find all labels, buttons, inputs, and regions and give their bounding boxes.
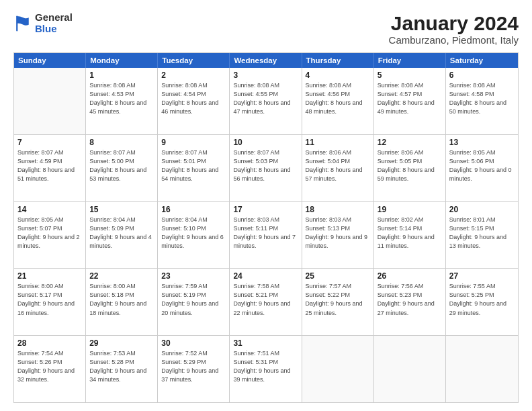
calendar-cell: 1Sunrise: 8:08 AMSunset: 4:53 PMDaylight… — [86, 68, 158, 134]
day-number: 3 — [233, 71, 298, 80]
calendar-header-cell: Sunday — [14, 53, 86, 68]
day-detail: Sunrise: 8:00 AMSunset: 5:18 PMDaylight:… — [89, 282, 154, 317]
calendar-cell: 7Sunrise: 8:07 AMSunset: 4:59 PMDaylight… — [14, 135, 86, 201]
calendar-cell: 4Sunrise: 8:08 AMSunset: 4:56 PMDaylight… — [302, 68, 374, 134]
day-number: 17 — [233, 205, 298, 214]
logo-text: General Blue — [35, 12, 73, 34]
day-number: 12 — [378, 138, 442, 147]
calendar-cell: 15Sunrise: 8:04 AMSunset: 5:09 PMDayligh… — [86, 202, 158, 269]
day-number: 16 — [161, 205, 226, 214]
calendar-cell: 26Sunrise: 7:56 AMSunset: 5:23 PMDayligh… — [374, 269, 446, 335]
calendar-cell: 25Sunrise: 7:57 AMSunset: 5:22 PMDayligh… — [302, 269, 374, 335]
day-detail: Sunrise: 7:55 AMSunset: 5:25 PMDaylight:… — [449, 282, 515, 317]
day-detail: Sunrise: 8:07 AMSunset: 5:03 PMDaylight:… — [233, 148, 298, 183]
calendar-cell: 24Sunrise: 7:58 AMSunset: 5:21 PMDayligh… — [230, 269, 302, 335]
day-detail: Sunrise: 7:53 AMSunset: 5:28 PMDaylight:… — [89, 349, 154, 384]
day-number: 2 — [161, 71, 226, 80]
day-detail: Sunrise: 8:08 AMSunset: 4:57 PMDaylight:… — [378, 81, 442, 116]
day-number: 26 — [378, 271, 442, 281]
calendar-body: 1Sunrise: 8:08 AMSunset: 4:53 PMDaylight… — [14, 68, 518, 402]
day-number: 14 — [17, 205, 82, 214]
calendar-cell: 6Sunrise: 8:08 AMSunset: 4:58 PMDaylight… — [446, 68, 518, 134]
day-number: 6 — [449, 71, 515, 80]
day-detail: Sunrise: 7:58 AMSunset: 5:21 PMDaylight:… — [233, 282, 298, 317]
day-number: 22 — [89, 271, 154, 281]
day-detail: Sunrise: 7:56 AMSunset: 5:23 PMDaylight:… — [378, 282, 442, 317]
calendar-header-cell: Monday — [86, 53, 158, 68]
day-detail: Sunrise: 8:03 AMSunset: 5:13 PMDaylight:… — [306, 216, 370, 250]
calendar-cell: 29Sunrise: 7:53 AMSunset: 5:28 PMDayligh… — [86, 336, 158, 402]
calendar-cell: 14Sunrise: 8:05 AMSunset: 5:07 PMDayligh… — [14, 202, 86, 269]
day-number: 20 — [449, 205, 515, 214]
calendar-cell: 27Sunrise: 7:55 AMSunset: 5:25 PMDayligh… — [446, 269, 518, 335]
day-number: 21 — [17, 271, 82, 281]
calendar-subtitle: Camburzano, Piedmont, Italy — [389, 34, 519, 46]
calendar-cell: 23Sunrise: 7:59 AMSunset: 5:19 PMDayligh… — [158, 269, 230, 335]
day-detail: Sunrise: 7:52 AMSunset: 5:29 PMDaylight:… — [161, 349, 226, 384]
day-number: 29 — [89, 338, 154, 348]
day-number: 18 — [306, 205, 370, 214]
day-number: 11 — [306, 138, 370, 147]
day-detail: Sunrise: 8:07 AMSunset: 4:59 PMDaylight:… — [17, 148, 82, 183]
day-number: 5 — [378, 71, 442, 80]
day-detail: Sunrise: 8:08 AMSunset: 4:58 PMDaylight:… — [449, 81, 515, 116]
calendar-cell: 2Sunrise: 8:08 AMSunset: 4:54 PMDaylight… — [158, 68, 230, 134]
day-detail: Sunrise: 7:54 AMSunset: 5:26 PMDaylight:… — [17, 349, 82, 384]
day-number: 7 — [17, 138, 82, 147]
day-detail: Sunrise: 8:07 AMSunset: 5:00 PMDaylight:… — [89, 148, 154, 183]
day-detail: Sunrise: 8:08 AMSunset: 4:53 PMDaylight:… — [89, 81, 154, 116]
calendar-cell: 18Sunrise: 8:03 AMSunset: 5:13 PMDayligh… — [302, 202, 374, 269]
day-detail: Sunrise: 8:05 AMSunset: 5:06 PMDaylight:… — [449, 148, 515, 183]
calendar-header-cell: Thursday — [302, 53, 374, 68]
calendar-week: 7Sunrise: 8:07 AMSunset: 4:59 PMDaylight… — [14, 135, 518, 202]
day-detail: Sunrise: 8:06 AMSunset: 5:04 PMDaylight:… — [306, 148, 370, 183]
day-detail: Sunrise: 8:03 AMSunset: 5:11 PMDaylight:… — [233, 216, 298, 250]
day-detail: Sunrise: 8:02 AMSunset: 5:14 PMDaylight:… — [378, 216, 442, 250]
day-number: 27 — [449, 271, 515, 281]
logo-icon — [13, 14, 32, 33]
calendar-cell-empty — [374, 336, 446, 402]
day-detail: Sunrise: 8:08 AMSunset: 4:56 PMDaylight:… — [306, 81, 370, 116]
calendar-cell: 22Sunrise: 8:00 AMSunset: 5:18 PMDayligh… — [86, 269, 158, 335]
calendar-week: 21Sunrise: 8:00 AMSunset: 5:17 PMDayligh… — [14, 269, 518, 336]
day-detail: Sunrise: 8:05 AMSunset: 5:07 PMDaylight:… — [17, 216, 82, 250]
calendar-cell-empty — [446, 336, 518, 402]
day-detail: Sunrise: 8:07 AMSunset: 5:01 PMDaylight:… — [161, 148, 226, 183]
calendar-cell: 5Sunrise: 8:08 AMSunset: 4:57 PMDaylight… — [374, 68, 446, 134]
calendar-cell: 10Sunrise: 8:07 AMSunset: 5:03 PMDayligh… — [230, 135, 302, 201]
calendar-cell: 9Sunrise: 8:07 AMSunset: 5:01 PMDaylight… — [158, 135, 230, 201]
calendar-cell: 13Sunrise: 8:05 AMSunset: 5:06 PMDayligh… — [446, 135, 518, 201]
calendar-cell: 16Sunrise: 8:04 AMSunset: 5:10 PMDayligh… — [158, 202, 230, 269]
calendar-title: January 2024 — [389, 12, 519, 34]
day-number: 1 — [89, 71, 154, 80]
day-number: 13 — [449, 138, 515, 147]
day-detail: Sunrise: 7:51 AMSunset: 5:31 PMDaylight:… — [233, 349, 298, 384]
calendar-cell: 30Sunrise: 7:52 AMSunset: 5:29 PMDayligh… — [158, 336, 230, 402]
logo: General Blue — [13, 12, 73, 34]
calendar-cell: 11Sunrise: 8:06 AMSunset: 5:04 PMDayligh… — [302, 135, 374, 201]
title-block: January 2024 Camburzano, Piedmont, Italy — [389, 12, 519, 46]
day-number: 31 — [233, 338, 298, 348]
day-detail: Sunrise: 8:04 AMSunset: 5:10 PMDaylight:… — [161, 216, 226, 250]
calendar-cell: 19Sunrise: 8:02 AMSunset: 5:14 PMDayligh… — [374, 202, 446, 269]
day-number: 9 — [161, 138, 226, 147]
logo-general-text: General — [35, 12, 73, 24]
calendar-header-cell: Tuesday — [158, 53, 230, 68]
day-number: 19 — [378, 205, 442, 214]
day-detail: Sunrise: 8:01 AMSunset: 5:15 PMDaylight:… — [449, 216, 515, 250]
calendar-header-cell: Saturday — [446, 53, 518, 68]
day-detail: Sunrise: 8:08 AMSunset: 4:55 PMDaylight:… — [233, 81, 298, 116]
day-number: 4 — [306, 71, 370, 80]
calendar-cell-empty — [302, 336, 374, 402]
calendar-cell: 21Sunrise: 8:00 AMSunset: 5:17 PMDayligh… — [14, 269, 86, 335]
day-number: 10 — [233, 138, 298, 147]
header: General Blue January 2024 Camburzano, Pi… — [13, 12, 519, 46]
day-detail: Sunrise: 8:00 AMSunset: 5:17 PMDaylight:… — [17, 282, 82, 317]
day-number: 23 — [161, 271, 226, 281]
calendar-header-cell: Wednesday — [230, 53, 302, 68]
day-number: 28 — [17, 338, 82, 348]
day-number: 24 — [233, 271, 298, 281]
calendar-cell: 8Sunrise: 8:07 AMSunset: 5:00 PMDaylight… — [86, 135, 158, 201]
day-number: 15 — [89, 205, 154, 214]
calendar-week: 1Sunrise: 8:08 AMSunset: 4:53 PMDaylight… — [14, 68, 518, 135]
